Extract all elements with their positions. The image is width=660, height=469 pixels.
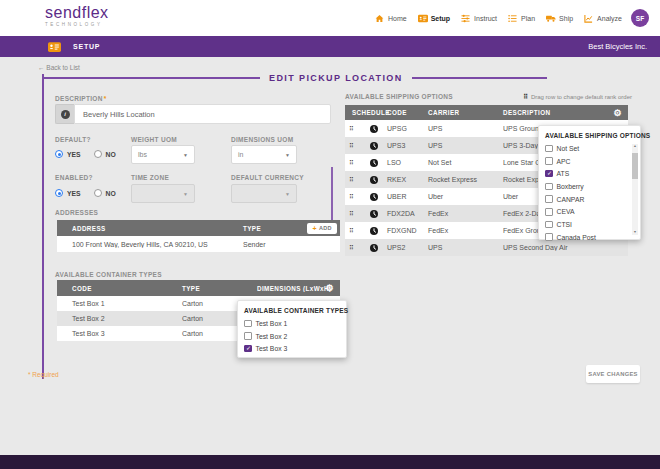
checkbox-icon[interactable]: [545, 221, 553, 229]
dropdown-option[interactable]: CANPAR: [539, 193, 640, 206]
addresses-label: ADDRESSES: [55, 209, 98, 216]
dropdown-title: AVAILABLE SHIPPING OPTIONS: [539, 126, 640, 142]
nav-item-home[interactable]: Home: [375, 14, 407, 23]
drag-handle-icon[interactable]: ⠿: [345, 159, 361, 167]
analyze-icon: [584, 14, 594, 23]
scroll-up-icon[interactable]: ▲: [633, 145, 636, 149]
shipping-carrier-cell: UPS: [428, 125, 503, 132]
main-nav: Home Setup Instruct Plan Ship Analyze: [375, 0, 622, 36]
shipping-description-cell: UPS Second Day Air: [503, 244, 628, 251]
column-code: CODE: [57, 285, 182, 292]
column-address: ADDRESS: [57, 225, 243, 232]
nav-item-instruct[interactable]: Instruct: [461, 14, 497, 23]
dropdown-title: AVAILABLE CONTAINER TYPES: [238, 301, 346, 317]
shipping-code-cell: LSO: [387, 159, 428, 166]
add-address-button[interactable]: + ADD: [307, 223, 337, 234]
dropdown-option[interactable]: Test Box 1: [238, 317, 346, 330]
gear-icon[interactable]: ⚙: [614, 108, 622, 117]
radio-icon[interactable]: [55, 150, 63, 158]
back-to-list-link[interactable]: ← Back to List: [38, 64, 80, 71]
radio-icon[interactable]: [55, 189, 63, 197]
dropdown-option[interactable]: Not Set: [539, 142, 640, 155]
default-currency-select[interactable]: ▼: [231, 184, 297, 203]
radio-icon[interactable]: [94, 189, 102, 197]
dropdown-option[interactable]: ATS: [539, 167, 640, 180]
checkbox-icon[interactable]: [545, 157, 553, 165]
title-rule-right: [412, 77, 547, 79]
checkbox-icon[interactable]: [545, 233, 553, 241]
nav-label: Analyze: [597, 15, 622, 22]
drag-handle-icon[interactable]: ⠿: [345, 176, 361, 184]
nav-item-plan[interactable]: Plan: [508, 14, 535, 23]
address-row[interactable]: 100 Front Way, Beverly Hills, CA 90210, …: [57, 236, 340, 252]
column-type: TYPE: [182, 285, 257, 292]
drag-handle-icon[interactable]: ⠿: [345, 142, 361, 150]
weight-uom-select[interactable]: lbs▼: [131, 145, 195, 164]
scrollbar-thumb[interactable]: [632, 153, 638, 179]
default-no-option[interactable]: NO: [94, 150, 116, 158]
dropdown-option[interactable]: Test Box 2: [238, 330, 346, 343]
company-name: Best Bicycles Inc.: [588, 42, 647, 51]
dropdown-option[interactable]: CTSI: [539, 218, 640, 231]
dimensions-uom-select[interactable]: in▼: [231, 145, 297, 164]
schedule-clock-icon[interactable]: [361, 142, 387, 150]
description-input[interactable]: [74, 104, 331, 124]
checkbox-icon[interactable]: [545, 208, 553, 216]
nav-item-ship[interactable]: Ship: [546, 14, 573, 23]
time-zone-select[interactable]: ▼: [131, 184, 195, 203]
drag-handle-icon[interactable]: ⠿: [345, 125, 361, 133]
drag-handle-icon[interactable]: ⠿: [345, 210, 361, 218]
dropdown-option[interactable]: APC: [539, 155, 640, 168]
container-types-label: AVAILABLE CONTAINER TYPES: [55, 271, 162, 278]
column-carrier: CARRIER: [428, 109, 503, 116]
nav-item-setup[interactable]: Setup: [418, 14, 450, 23]
schedule-clock-icon[interactable]: [361, 227, 387, 235]
enabled-yes-option[interactable]: YES: [55, 189, 81, 197]
schedule-clock-icon[interactable]: [361, 193, 387, 201]
checkbox-icon[interactable]: [244, 345, 252, 353]
app-window: sendflex TECHNOLOGY Home Setup Instruct …: [0, 0, 660, 469]
checkbox-icon[interactable]: [244, 320, 252, 328]
drag-handle-icon[interactable]: ⠿: [345, 244, 361, 252]
column-schedule: SCHEDULE: [352, 109, 387, 116]
nav-item-analyze[interactable]: Analyze: [584, 14, 622, 23]
address-cell: 100 Front Way, Beverly Hills, CA 90210, …: [57, 241, 243, 248]
footer-bar: [0, 455, 660, 469]
schedule-clock-icon[interactable]: [361, 176, 387, 184]
default-yes-option[interactable]: YES: [55, 150, 81, 158]
radio-icon[interactable]: [94, 150, 102, 158]
checkbox-icon[interactable]: [244, 332, 252, 340]
checkbox-icon[interactable]: [545, 183, 553, 191]
shipping-carrier-cell: Rocket Express: [428, 176, 503, 183]
save-changes-button[interactable]: SAVE CHANGES: [586, 365, 640, 383]
setup-icon: [418, 14, 428, 23]
shipping-options-dropdown: AVAILABLE SHIPPING OPTIONS Not Set APC A…: [538, 125, 641, 240]
dropdown-option[interactable]: Canada Post: [539, 231, 640, 244]
dropdown-option[interactable]: CEVA: [539, 205, 640, 218]
scroll-down-icon[interactable]: ▼: [633, 231, 636, 235]
checkbox-icon[interactable]: [545, 170, 553, 178]
checkbox-icon[interactable]: [545, 195, 553, 203]
column-code: CODE: [387, 109, 428, 116]
dropdown-option[interactable]: Test Box 3: [238, 342, 346, 355]
drag-handle-icon[interactable]: ⠿: [345, 193, 361, 201]
shipping-code-cell: UBER: [387, 193, 428, 200]
gear-icon[interactable]: ⚙: [326, 284, 334, 293]
user-avatar[interactable]: SF: [631, 9, 649, 27]
schedule-clock-icon[interactable]: [361, 244, 387, 252]
schedule-clock-icon[interactable]: [361, 125, 387, 133]
enabled-radio-group: YES NO: [55, 188, 116, 198]
top-bar: sendflex TECHNOLOGY Home Setup Instruct …: [0, 0, 660, 36]
shipping-carrier-cell: Not Set: [428, 159, 503, 166]
description-field: i: [55, 104, 331, 124]
dropdown-option[interactable]: Boxberry: [539, 180, 640, 193]
schedule-clock-icon[interactable]: [361, 159, 387, 167]
checkbox-icon[interactable]: [545, 145, 553, 153]
enabled-no-option[interactable]: NO: [94, 189, 116, 197]
container-code-cell: Test Box 2: [57, 315, 182, 322]
drag-handle-icon[interactable]: ⠿: [345, 227, 361, 235]
shipping-code-cell: UPS2: [387, 244, 428, 251]
container-code-cell: Test Box 3: [57, 330, 182, 337]
logo-tagline: TECHNOLOGY: [45, 23, 109, 28]
schedule-clock-icon[interactable]: [361, 210, 387, 218]
